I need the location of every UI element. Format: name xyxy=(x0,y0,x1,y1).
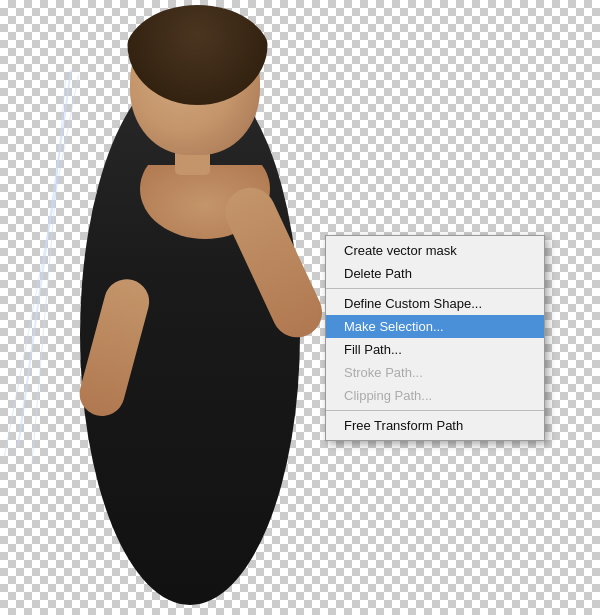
menu-item-stroke-path: Stroke Path... xyxy=(326,361,544,384)
wand-line xyxy=(4,75,79,458)
menu-item-define-custom-shape[interactable]: Define Custom Shape... xyxy=(326,292,544,315)
wand-line xyxy=(31,80,66,464)
menu-item-clipping-path: Clipping Path... xyxy=(326,384,544,407)
wand-line xyxy=(17,70,72,447)
menu-item-delete-path[interactable]: Delete Path xyxy=(326,262,544,285)
menu-separator xyxy=(326,288,544,289)
menu-item-fill-path[interactable]: Fill Path... xyxy=(326,338,544,361)
canvas-area: Create vector maskDelete PathDefine Cust… xyxy=(0,0,600,615)
menu-item-free-transform-path[interactable]: Free Transform Path xyxy=(326,414,544,437)
context-menu: Create vector maskDelete PathDefine Cust… xyxy=(325,235,545,441)
menu-item-make-selection[interactable]: Make Selection... xyxy=(326,315,544,338)
menu-separator xyxy=(326,410,544,411)
menu-item-create-vector-mask[interactable]: Create vector mask xyxy=(326,239,544,262)
